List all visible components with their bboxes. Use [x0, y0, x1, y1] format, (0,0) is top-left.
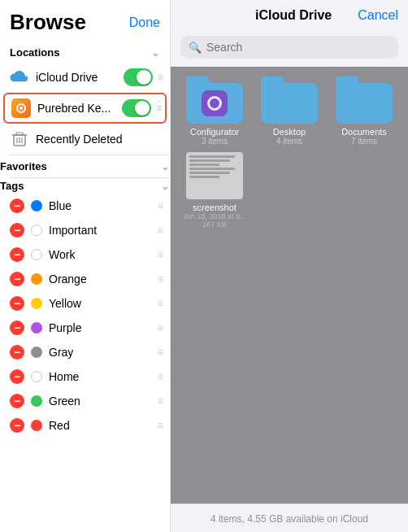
documents-label: Documents: [341, 127, 387, 137]
screenshot-line-3: [189, 164, 219, 166]
tag-item-blue[interactable]: − Blue ≡: [0, 194, 170, 218]
right-panel: iCloud Drive Cancel 🔍 Configurator 3 ite…: [171, 0, 408, 532]
purebred-label: Purebred Ke...: [37, 102, 119, 115]
tag-remove-blue[interactable]: −: [10, 198, 24, 213]
tag-label-work: Work: [49, 248, 153, 261]
tag-label-green: Green: [49, 395, 153, 408]
folder-icon-configurator: [186, 76, 243, 124]
search-container[interactable]: 🔍: [180, 36, 398, 59]
tags-section-header: Tags ⌄: [0, 178, 170, 194]
tag-drag-green: ≡: [158, 395, 163, 407]
purebred-drag-handle: ≡: [156, 102, 162, 114]
tag-item-green[interactable]: − Green ≡: [0, 389, 170, 413]
desktop-label: Desktop: [273, 127, 306, 137]
file-item-screenshot[interactable]: screenshot Jun 10, 2018 at 3... 167 KB: [180, 152, 249, 229]
tag-item-red[interactable]: − Red ≡: [0, 413, 170, 438]
tag-label-orange: Orange: [49, 273, 153, 286]
tag-label-important: Important: [49, 224, 153, 237]
tag-dot-blue: [31, 200, 42, 211]
screenshot-label: screenshot: [193, 203, 237, 212]
folder-icon-desktop: [261, 76, 318, 124]
tag-label-red: Red: [49, 419, 153, 432]
configurator-count: 3 items: [202, 137, 228, 146]
tag-dot-work: [31, 249, 42, 260]
icloud-drive-toggle-thumb: [137, 70, 151, 85]
tag-item-gray[interactable]: − Gray ≡: [0, 340, 170, 364]
favorites-title: Favorites: [0, 160, 47, 172]
location-item-purebred[interactable]: Purebred Ke... ≡: [3, 93, 167, 124]
configurator-label: Configurator: [190, 127, 240, 137]
file-item-desktop[interactable]: Desktop 4 items: [255, 76, 323, 146]
tag-dot-orange: [31, 273, 42, 285]
tag-drag-red: ≡: [158, 420, 163, 431]
tag-item-important[interactable]: − Important ≡: [0, 218, 170, 242]
browse-title: Browse: [10, 10, 86, 35]
file-item-configurator[interactable]: Configurator 3 items: [180, 76, 249, 146]
purebred-toggle-thumb: [135, 101, 150, 116]
tag-remove-orange[interactable]: −: [10, 272, 24, 286]
tag-item-work[interactable]: − Work ≡: [0, 242, 170, 267]
tag-item-orange[interactable]: − Orange ≡: [0, 267, 170, 291]
tag-dot-important: [31, 225, 42, 236]
tag-label-gray: Gray: [49, 346, 153, 359]
left-panel: Browse Done Locations ⌄ iCloud Drive ≡ P…: [0, 0, 171, 532]
search-icon: 🔍: [189, 41, 202, 54]
folder-icon-documents: [336, 76, 393, 124]
tag-remove-yellow[interactable]: −: [10, 296, 24, 311]
tag-drag-important: ≡: [158, 225, 163, 236]
tag-remove-gray[interactable]: −: [10, 345, 24, 360]
icloud-drive-label: iCloud Drive: [36, 71, 120, 84]
status-bar: 4 items, 4.55 GB available on iCloud: [171, 504, 408, 532]
trash-icon: [10, 129, 29, 149]
tag-drag-yellow: ≡: [158, 298, 163, 309]
search-bar: 🔍: [171, 31, 408, 67]
icloud-drive-drag-handle: ≡: [158, 72, 163, 83]
tag-item-purple[interactable]: − Purple ≡: [0, 316, 170, 340]
tag-label-purple: Purple: [49, 321, 153, 334]
tag-drag-home: ≡: [158, 371, 163, 382]
tag-item-yellow[interactable]: − Yellow ≡: [0, 291, 170, 316]
tags-title: Tags: [0, 180, 24, 192]
search-input[interactable]: [206, 41, 390, 54]
favorites-chevron-icon: ⌄: [161, 160, 170, 172]
locations-title: Locations: [10, 46, 59, 59]
tag-remove-purple[interactable]: −: [10, 321, 24, 335]
tag-dot-red: [31, 420, 42, 431]
favorites-section-header: Favorites ⌄: [0, 155, 170, 177]
tags-chevron-icon: ⌄: [161, 180, 170, 192]
location-item-recently-deleted[interactable]: Recently Deleted: [0, 124, 170, 155]
tag-dot-home: [31, 371, 42, 382]
icloud-drive-icon: [10, 68, 29, 87]
documents-count: 7 items: [351, 137, 377, 146]
screenshot-line-2: [189, 159, 230, 162]
locations-section-header: Locations ⌄: [0, 38, 170, 62]
purebred-toggle[interactable]: [122, 99, 151, 117]
recently-deleted-label: Recently Deleted: [36, 133, 163, 146]
location-item-icloud-drive[interactable]: iCloud Drive ≡: [0, 62, 170, 93]
screenshot-thumb: [186, 152, 243, 199]
tag-item-home[interactable]: − Home ≡: [0, 364, 170, 389]
purebred-icon: [11, 98, 31, 118]
cancel-button[interactable]: Cancel: [358, 8, 398, 23]
done-button[interactable]: Done: [129, 15, 160, 30]
tag-drag-work: ≡: [158, 249, 163, 260]
tag-remove-green[interactable]: −: [10, 394, 24, 408]
tag-drag-orange: ≡: [158, 273, 163, 285]
tag-remove-home[interactable]: −: [10, 369, 24, 384]
file-item-documents[interactable]: Documents 7 items: [330, 76, 398, 146]
icloud-drive-toggle[interactable]: [124, 68, 153, 86]
tag-remove-work[interactable]: −: [10, 247, 24, 262]
tag-remove-red[interactable]: −: [10, 418, 24, 433]
locations-chevron-icon: ⌄: [151, 46, 160, 59]
desktop-count: 4 items: [276, 137, 302, 146]
right-panel-title: iCloud Drive: [229, 8, 358, 23]
tag-remove-important[interactable]: −: [10, 223, 24, 238]
screenshot-line-5: [189, 172, 230, 174]
tag-label-yellow: Yellow: [49, 297, 153, 310]
browse-header: Browse Done: [0, 0, 170, 38]
status-text: 4 items, 4.55 GB available on iCloud: [211, 513, 368, 525]
tag-drag-gray: ≡: [158, 347, 163, 358]
tag-dot-yellow: [31, 298, 42, 309]
files-grid: Configurator 3 items Desktop 4 items Doc…: [171, 67, 408, 504]
screenshot-line-4: [189, 168, 235, 170]
